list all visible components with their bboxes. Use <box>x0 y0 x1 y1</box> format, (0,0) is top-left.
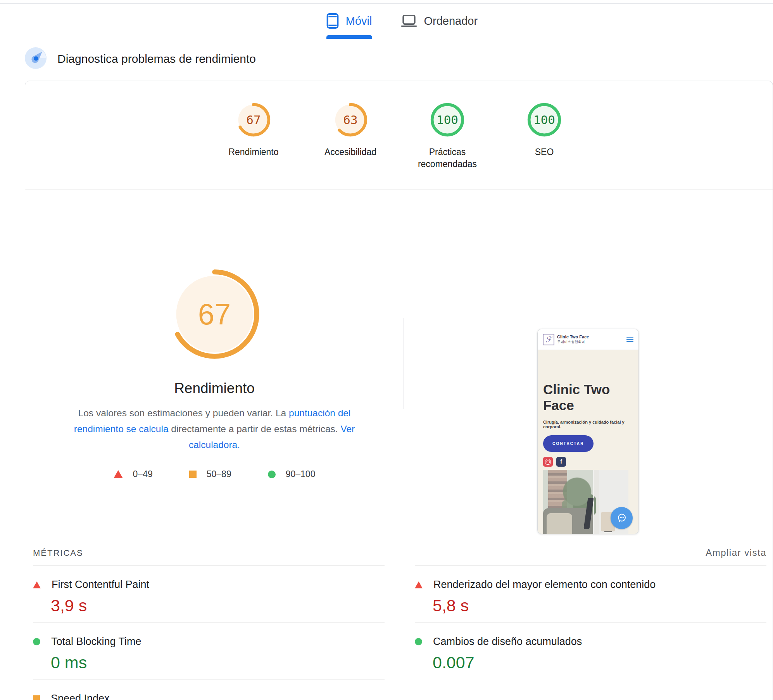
site-name-korean: 두페이스성형외과 <box>557 340 589 345</box>
metric-label: Cambios de diseño acumulados <box>433 636 582 648</box>
tab-desktop-label: Ordenador <box>424 15 478 28</box>
metric-value: 0.007 <box>433 653 766 672</box>
performance-disclaimer: Los valores son estimaciones y pueden va… <box>61 405 368 453</box>
tab-mobile[interactable]: Móvil <box>326 13 372 39</box>
score-practicas[interactable]: 100 Prácticas recomendadas <box>399 101 496 170</box>
score-seo[interactable]: 100 SEO <box>496 101 593 170</box>
page-title: Diagnostica problemas de rendimiento <box>57 52 256 66</box>
metric-cumulative-layout-shift: Cambios de diseño acumulados 0.007 <box>415 622 766 679</box>
score-value: 67 <box>235 101 272 138</box>
score-label: Prácticas recomendadas <box>411 146 484 170</box>
chat-bubble-icon <box>611 507 633 529</box>
pagespeed-insights-icon <box>25 47 47 71</box>
thumbnail-site-header: ℱ Clinic Two Face 두페이스성형외과 <box>538 329 638 350</box>
poor-triangle-icon <box>415 581 423 588</box>
thumbnail-site-body: Clinic Two Face Cirugía, armonización y … <box>538 350 638 534</box>
clinic-logo-text: Clinic Two Face 두페이스성형외과 <box>557 334 589 345</box>
screenshot-column: ℱ Clinic Two Face 두페이스성형외과 Clinic Two Fa… <box>404 267 773 534</box>
metric-first-contentful-paint: First Contentful Paint 3,9 s <box>33 565 385 622</box>
legend-average: 50–89 <box>189 469 231 479</box>
mobile-icon <box>326 13 339 29</box>
social-icons: f <box>543 457 633 467</box>
poor-triangle-icon <box>114 470 123 478</box>
metric-label: First Contentful Paint <box>52 579 149 591</box>
expand-view-button[interactable]: Ampliar vista <box>706 547 766 558</box>
site-name: Clinic Two Face <box>557 334 589 339</box>
hero-title: Clinic Two Face <box>543 382 621 414</box>
score-rendimiento[interactable]: 67 Rendimiento <box>205 101 302 170</box>
photo-blanket <box>547 513 572 534</box>
clinic-logo: ℱ <box>543 334 554 345</box>
performance-big-gauge: 67 <box>167 267 262 362</box>
hero-subtitle: Cirugía, armonización y cuidado facial y… <box>543 420 633 429</box>
score-label: Rendimiento <box>228 146 278 158</box>
category-scores: 67 Rendimiento 63 Accesibilidad 100 <box>25 81 773 170</box>
score-value: 100 <box>429 101 466 138</box>
legend-good: 90–100 <box>268 469 316 479</box>
metric-speed-index: Speed Index 5,5 s <box>33 679 385 700</box>
contact-button: CONTACTAR <box>543 435 594 452</box>
metric-total-blocking-time: Total Blocking Time 0 ms <box>33 622 385 679</box>
legend-poor: 0–49 <box>114 469 153 479</box>
score-legend: 0–49 50–89 90–100 <box>114 469 316 479</box>
score-accesibilidad[interactable]: 63 Accesibilidad <box>302 101 399 170</box>
score-gauge: 100 <box>526 101 563 138</box>
metrics-grid: First Contentful Paint 3,9 s Renderizado… <box>25 565 773 700</box>
metric-label: Total Blocking Time <box>51 636 141 648</box>
metric-value: 0 ms <box>51 653 385 672</box>
score-gauge: 100 <box>429 101 466 138</box>
metric-empty-cell <box>415 679 766 700</box>
metric-label: Renderizado del mayor elemento con conte… <box>433 579 656 591</box>
performance-gauge-column: 67 Rendimiento Los valores son estimacio… <box>25 267 404 534</box>
page-screenshot-thumbnail: ℱ Clinic Two Face 두페이스성형외과 Clinic Two Fa… <box>537 329 639 534</box>
device-tabs: Móvil Ordenador <box>16 0 773 39</box>
facebook-icon: f <box>556 457 566 467</box>
metric-label: Speed Index <box>51 693 110 700</box>
average-square-icon <box>33 695 40 700</box>
score-label: Accesibilidad <box>324 146 376 158</box>
score-label: SEO <box>535 146 554 158</box>
legend-range: 90–100 <box>286 469 316 479</box>
report-card: 67 Rendimiento 63 Accesibilidad 100 <box>25 81 773 700</box>
score-gauge: 63 <box>332 101 369 138</box>
disclaimer-text: directamente a partir de estas métricas. <box>169 424 341 434</box>
vertical-divider <box>404 318 404 409</box>
good-circle-icon <box>415 638 422 645</box>
average-square-icon <box>189 471 197 478</box>
desktop-icon <box>401 14 417 28</box>
tab-mobile-label: Móvil <box>346 15 372 28</box>
score-gauge: 67 <box>235 101 272 138</box>
metric-value: 5,8 s <box>433 596 766 615</box>
legend-range: 0–49 <box>133 469 153 479</box>
poor-triangle-icon <box>33 581 41 588</box>
score-value: 100 <box>526 101 563 138</box>
hamburger-menu-icon <box>626 337 633 342</box>
good-circle-icon <box>268 471 276 478</box>
performance-title: Rendimiento <box>174 380 255 397</box>
tab-desktop[interactable]: Ordenador <box>401 13 478 39</box>
performance-score-value: 67 <box>167 267 262 362</box>
legend-range: 50–89 <box>207 469 231 479</box>
metrics-header: MÉTRICAS Ampliar vista <box>25 547 773 565</box>
good-circle-icon <box>33 638 40 645</box>
metric-value: 3,9 s <box>51 596 385 615</box>
intro-row: Diagnostica problemas de rendimiento <box>25 47 773 71</box>
disclaimer-text: Los valores son estimaciones y pueden va… <box>78 408 289 418</box>
instagram-icon <box>543 457 553 467</box>
metric-largest-contentful-paint: Renderizado del mayor elemento con conte… <box>415 565 766 622</box>
score-value: 63 <box>332 101 369 138</box>
performance-section: 67 Rendimiento Los valores son estimacio… <box>25 190 773 534</box>
metrics-heading: MÉTRICAS <box>33 548 83 558</box>
